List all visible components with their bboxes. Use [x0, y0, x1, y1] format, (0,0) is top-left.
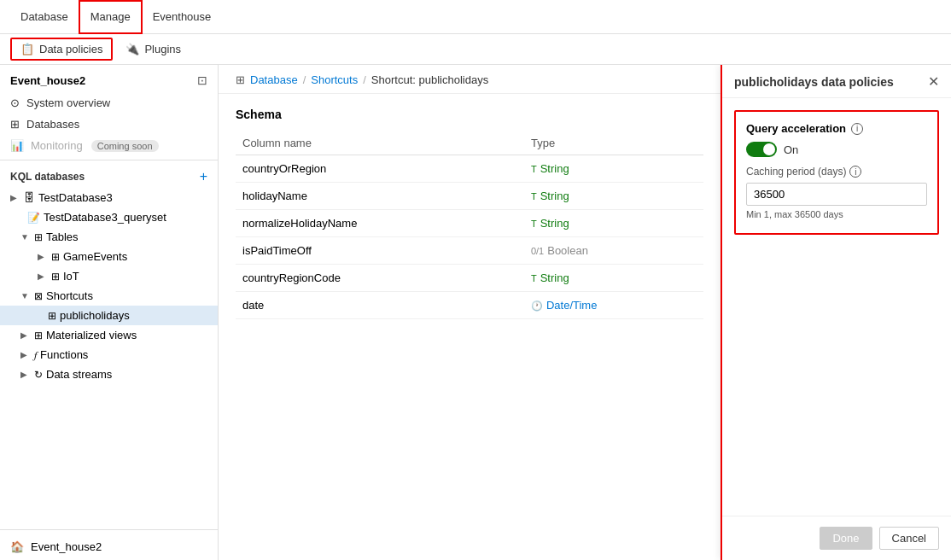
- add-kql-btn[interactable]: +: [200, 169, 207, 184]
- type-val-1: String: [540, 190, 569, 202]
- chevron-right-icon: ▶: [10, 193, 20, 202]
- sidebar-item-functions[interactable]: ▶ 𝑓 Functions: [0, 345, 218, 365]
- bc-sep-0: /: [303, 73, 306, 86]
- type-icon-4: T: [531, 273, 537, 283]
- query-icon: 📝: [27, 212, 40, 224]
- query-acceleration-toggle[interactable]: [746, 142, 777, 157]
- publicholidays-icon: ⊞: [48, 310, 56, 322]
- chevron-right-icon5: ▶: [20, 350, 31, 359]
- type-val-3: Boolean: [547, 244, 588, 257]
- nav-database[interactable]: Database: [10, 0, 79, 34]
- grid-icon: ⊞: [10, 118, 20, 131]
- close-panel-btn[interactable]: ✕: [928, 75, 939, 89]
- cell-name-5: date: [236, 292, 524, 319]
- shortcut-icon: ⊠: [34, 290, 43, 302]
- kql-section-label: KQL databases: [10, 171, 85, 183]
- type-val-0: String: [540, 162, 569, 175]
- mat-view-icon: ⊞: [34, 330, 43, 341]
- schema-title: Schema: [236, 108, 703, 121]
- nav-eventhouse[interactable]: Eventhouse: [143, 0, 222, 34]
- eventhouse-icon: 🏠: [10, 540, 24, 553]
- sidebar-item-databases[interactable]: ⊞ Databases: [0, 114, 218, 135]
- cell-name-1: holidayName: [236, 183, 524, 210]
- breadcrumb: ⊞ Database / Shortcuts / Shortcut: publi…: [219, 65, 721, 94]
- sidebar-item-publicholidays[interactable]: ⊞ publicholidays: [0, 306, 218, 325]
- cell-name-2: normalizeHolidayName: [236, 210, 524, 237]
- cell-name-0: countryOrRegion: [236, 155, 524, 183]
- nav-manage[interactable]: Manage: [79, 0, 143, 34]
- sidebar-title: Event_house2: [10, 74, 85, 87]
- bc-part-1[interactable]: Shortcuts: [311, 73, 358, 86]
- sidebar-item-queryset[interactable]: 📝 TestDatabase3_queryset: [0, 207, 218, 227]
- chevron-right-icon2: ▶: [38, 252, 48, 261]
- cell-name-3: isPaidTimeOff: [236, 237, 524, 265]
- type-icon-5: 🕐: [531, 300, 543, 311]
- caching-value-input[interactable]: [746, 183, 927, 206]
- caching-label: Caching period (days): [746, 166, 846, 178]
- gauge-icon: ⊙: [10, 96, 20, 109]
- col-header-type: Type: [524, 131, 703, 155]
- sidebar-item-materialized-views[interactable]: ▶ ⊞ Materialized views: [0, 325, 218, 345]
- bc-sep-1: /: [363, 73, 366, 86]
- col-header-name: Column name: [236, 131, 524, 155]
- sidebar-item-shortcuts[interactable]: ▼ ⊠ Shortcuts: [0, 286, 218, 306]
- sidebar: Event_house2 ⊡ ⊙ System overview ⊞ Datab…: [0, 65, 219, 560]
- bc-part-2: Shortcut: publicholidays: [371, 73, 488, 86]
- sidebar-bottom-eventhouse[interactable]: 🏠 Event_house2: [0, 534, 218, 560]
- sidebar-item-gameevents[interactable]: ▶ ⊞ GameEvents: [0, 247, 218, 266]
- cancel-button[interactable]: Cancel: [879, 527, 939, 550]
- chevron-right-icon4: ▶: [20, 330, 31, 340]
- query-acceleration-section: Query acceleration i On Caching period (…: [734, 110, 939, 235]
- stream-icon: ↻: [34, 369, 43, 381]
- sidebar-toggle-btn[interactable]: ⊡: [197, 73, 207, 87]
- table-icon: ⊞: [34, 231, 43, 243]
- data-policies-button[interactable]: 📋 Data policies: [10, 38, 113, 61]
- done-button[interactable]: Done: [820, 527, 872, 550]
- right-panel: publicholidays data policies ✕ Query acc…: [721, 65, 951, 560]
- bc-part-0[interactable]: Database: [250, 73, 298, 86]
- breadcrumb-icon: ⊞: [236, 73, 245, 86]
- chevron-right-icon6: ▶: [20, 370, 31, 379]
- plugins-button[interactable]: 🔌 Plugins: [116, 38, 190, 60]
- function-icon: 𝑓: [34, 349, 37, 361]
- toggle-knob: [763, 143, 775, 155]
- table-row: isPaidTimeOff 0/1Boolean: [236, 237, 703, 265]
- sidebar-item-data-streams[interactable]: ▶ ↻ Data streams: [0, 365, 218, 384]
- table-row: holidayName TString: [236, 183, 703, 210]
- type-val-2: String: [540, 217, 569, 230]
- sidebar-item-iot[interactable]: ▶ ⊞ IoT: [0, 266, 218, 286]
- sidebar-item-testdatabase3[interactable]: ▶ 🗄 TestDatabase3: [0, 188, 218, 207]
- table-row: date 🕐Date/Time: [236, 292, 703, 319]
- type-val-5: Date/Time: [546, 299, 597, 312]
- data-policies-icon: 📋: [20, 43, 34, 55]
- type-icon-0: T: [531, 164, 537, 174]
- sidebar-item-monitoring[interactable]: 📊 Monitoring Coming soon: [0, 135, 218, 156]
- chevron-down-icon: ▼: [20, 232, 31, 242]
- content-area: ⊞ Database / Shortcuts / Shortcut: publi…: [219, 65, 721, 560]
- cell-name-4: countryRegionCode: [236, 265, 524, 292]
- type-icon-3: 0/1: [531, 246, 544, 256]
- schema-table: Column name Type countryOrRegion TString…: [236, 131, 703, 319]
- type-icon-2: T: [531, 219, 537, 229]
- plugins-icon: 🔌: [125, 43, 139, 55]
- type-icon-1: T: [531, 191, 537, 201]
- chevron-right-icon3: ▶: [38, 271, 48, 281]
- query-acceleration-label: Query acceleration: [746, 122, 846, 135]
- sidebar-item-system-overview[interactable]: ⊙ System overview: [0, 92, 218, 114]
- monitor-icon: 📊: [10, 139, 24, 152]
- toggle-state-label: On: [784, 143, 798, 156]
- query-acceleration-info-icon[interactable]: i: [851, 123, 863, 135]
- caching-hint: Min 1, max 36500 days: [746, 209, 927, 219]
- table-item-icon: ⊞: [51, 251, 60, 263]
- table-row: normalizeHolidayName TString: [236, 210, 703, 237]
- coming-soon-badge: Coming soon: [91, 140, 159, 152]
- chevron-down-icon2: ▼: [20, 291, 31, 300]
- caching-info-icon[interactable]: i: [849, 166, 861, 178]
- right-panel-title: publicholidays data policies: [734, 75, 894, 89]
- sidebar-item-tables[interactable]: ▼ ⊞ Tables: [0, 227, 218, 247]
- db-icon: 🗄: [24, 191, 35, 204]
- table-row: countryRegionCode TString: [236, 265, 703, 292]
- table-row: countryOrRegion TString: [236, 155, 703, 183]
- iot-icon: ⊞: [51, 271, 60, 283]
- type-val-4: String: [540, 271, 569, 284]
